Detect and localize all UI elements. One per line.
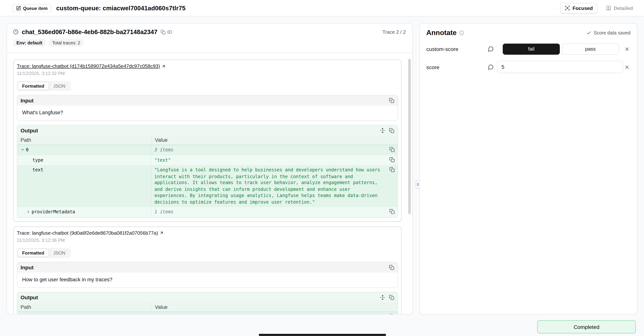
column-header-value: Value [151,136,398,145]
row-path: 0 [26,147,29,153]
view-mode-toggle: Focused Detailed [560,3,638,13]
app-window: Queue item custom-queue: cmiacwel70041ad… [0,0,644,336]
row-value: "Langfuse is a tool designed to help bus… [151,165,398,207]
chevron-down-icon[interactable] [20,314,25,314]
unfold-vertical-icon [380,295,386,300]
trace-scroll-area[interactable]: Trace: langfuse-chatbot (d174b1589072e43… [7,53,413,314]
row-value: 3 items [151,145,398,155]
format-tabs-2: Formatted JSON [17,248,71,258]
completed-button[interactable]: Completed [537,320,636,333]
copy-row-button[interactable] [389,209,395,214]
copy-output-button[interactable] [389,128,394,133]
queue-pen-icon [16,6,21,11]
chevron-down-icon[interactable] [20,148,25,152]
copy-row-button[interactable] [389,167,395,172]
copy-input-button[interactable] [389,98,394,103]
trace-card-header: chat_536ed067-b86e-4eb6-882b-ba27148a234… [7,24,412,53]
copy-icon [389,265,394,270]
trace-box-2: Trace: langfuse-chatbot (9d0a6f2e6de8670… [13,226,402,314]
check-icon [587,30,592,35]
row-value: "text" [151,155,398,165]
output-json-table-2: Path Value 0 3 items [17,302,398,315]
copy-row-button[interactable] [389,147,395,152]
output-section-1: Output [17,125,398,218]
score-name: custom-score [426,46,488,52]
detailed-icon [606,6,612,11]
row-value: 3 items [151,312,398,314]
input-section-2: Input How to get user feedback in my tra… [17,262,398,287]
annotate-title: Annotate [426,29,457,37]
table-row: 0 3 items [17,145,398,155]
env-badge: Env: default [13,39,46,47]
row-path: 0 [26,313,29,314]
comment-button[interactable] [488,46,497,52]
save-status-label: Score data saved [594,30,630,35]
copy-icon [389,295,394,300]
remove-score-button[interactable] [623,46,630,52]
copy-row-button[interactable] [389,313,395,314]
detailed-view-label: Detailed [614,5,633,11]
page-title: custom-queue: cmiacwel70041ad060s7tlr75 [56,5,186,12]
copy-icon [389,209,395,214]
row-value: 1 items [151,207,398,217]
column-header-path: Path [17,302,151,311]
close-icon [624,65,630,70]
score-name: score [426,64,488,70]
table-row: providerMetadata 1 items [17,207,398,217]
id-label: ID [167,29,172,35]
tab-json[interactable]: JSON [49,82,70,90]
tab-json[interactable]: JSON [49,248,70,257]
expand-rows-button[interactable] [380,295,386,300]
queue-item-name: chat_536ed067-b86e-4eb6-882b-ba27148a234… [22,28,157,35]
focus-icon [565,6,570,11]
remove-score-button[interactable] [623,65,630,70]
external-link-icon [161,64,166,68]
focused-view-label: Focused [572,5,593,11]
focused-view-button[interactable]: Focused [560,3,597,13]
chevron-right-icon[interactable] [26,210,30,214]
row-path: type [32,157,43,163]
trace-link-2[interactable]: Trace: langfuse-chatbot (9d0a6f2e6de8670… [17,230,158,236]
copy-input-button[interactable] [389,265,394,270]
horizontal-scrollbar-thumb[interactable] [259,334,386,336]
categorical-score-options: fail pass [503,44,619,55]
copy-id-button[interactable]: ID [161,29,172,35]
row-path: text [32,167,43,173]
table-row: 0 3 items [17,312,398,314]
column-header-path: Path [17,136,151,145]
column-header-value: Value [151,302,398,311]
copy-icon [389,167,395,172]
total-traces-badge: Total traces: 2 [49,39,84,47]
message-circle-icon [488,46,494,52]
info-icon[interactable] [459,30,464,35]
score-value-input[interactable] [497,61,623,73]
table-row: text "Langfuse is a tool designed to hel… [17,165,398,207]
input-section-1: Input What's Langfuse? [17,95,398,121]
copy-output-button[interactable] [389,295,394,300]
score-option-pass[interactable]: pass [562,44,619,55]
comment-button[interactable] [488,64,497,70]
detailed-view-button[interactable]: Detailed [601,3,637,13]
input-value-2: How to get user feedback in my traces? [17,272,398,287]
trace-box-1: Trace: langfuse-chatbot (d174b1589072e43… [13,60,402,221]
trace-detail-card: chat_536ed067-b86e-4eb6-882b-ba27148a234… [6,23,413,314]
score-row-custom-score: custom-score fail pass [426,43,630,55]
copy-icon [389,128,394,133]
tab-formatted[interactable]: Formatted [18,248,49,257]
annotate-panel: Annotate Score data saved custom-score [419,23,638,314]
score-option-fail[interactable]: fail [503,44,560,55]
queue-item-badge-label: Queue item [23,6,48,11]
copy-row-button[interactable] [389,157,395,162]
tab-formatted[interactable]: Formatted [18,82,49,90]
clock-icon [13,29,18,35]
trace-timestamp-1: 11/12/2025, 3:12:32 PM [17,71,398,76]
output-section-2: Output [17,292,398,314]
expand-rows-button[interactable] [380,128,386,133]
trace-link-1[interactable]: Trace: langfuse-chatbot (d174b1589072e43… [17,63,160,69]
vertical-scrollbar-thumb[interactable] [408,59,411,214]
input-label: Input [20,264,34,270]
score-row-score: score [426,61,630,73]
copy-icon [389,313,395,314]
copy-icon [389,98,394,103]
output-json-table-1: Path Value 0 3 items [17,136,398,217]
